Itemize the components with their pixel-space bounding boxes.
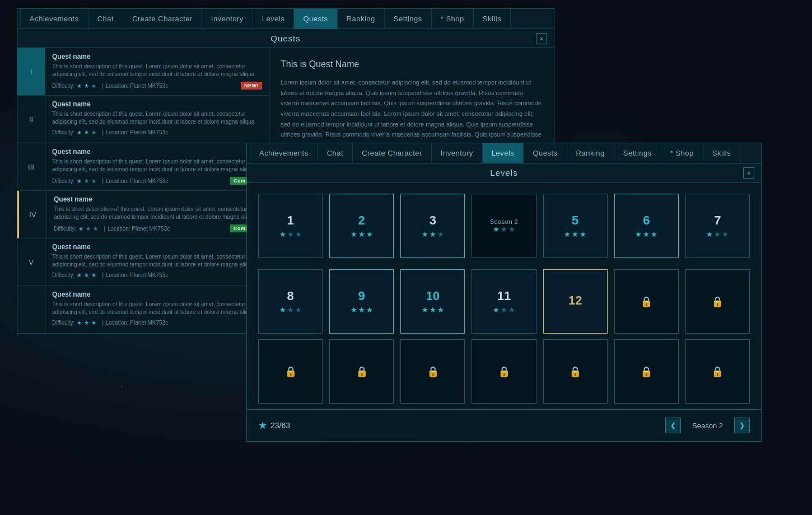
tab-skills[interactable]: Skills [474,9,511,29]
level-card-locked-5[interactable]: 🔒 [400,339,465,404]
level-card-locked-3[interactable]: 🔒 [258,339,323,404]
lstar-2-3: ★ [366,230,373,238]
level-card-11[interactable]: 11 ★ ★ ★ [472,269,536,334]
level-num-5: 5 [572,213,578,228]
quests-close-button[interactable]: × [536,33,547,44]
levels-title-bar: Levels × [247,163,761,182]
lstar-9-2: ★ [358,306,365,314]
level-card-locked-6[interactable]: 🔒 [472,339,536,404]
quest-row-6[interactable]: Quest name This is short description of … [17,286,269,334]
location-label-5: Location: Planet MK753c [106,272,168,278]
level-card-7[interactable]: 7 ★ ★ ★ [685,194,750,258]
tab-inventory[interactable]: Inventory [202,9,253,29]
season-break-label: Season 2 [490,218,518,225]
quest-row-1[interactable]: I Quest name This is short description o… [17,48,269,96]
lstar-3-1: ★ [422,230,428,238]
location-label-4: Location: Planet MK753c [108,226,170,232]
levels-tab-create-character[interactable]: Create Character [353,143,432,163]
stars-total: ★ 23/63 [258,419,290,432]
level-card-10[interactable]: 10 ★ ★ ★ [400,269,465,334]
lstar-6-1: ★ [635,230,642,238]
quest-badge-1: NEW! [241,82,262,90]
tab-settings[interactable]: Settings [385,9,432,29]
tab-levels[interactable]: Levels [253,9,295,29]
level-card-9[interactable]: 9 ★ ★ ★ [329,269,394,334]
quest-meta-5: Difficulty: ★ ★ ★ | Location: Planet MK7… [52,272,262,278]
star-6-1: ★ [77,320,82,326]
level-card-locked-8[interactable]: 🔒 [614,339,679,404]
quest-info-3: Quest name This is short description of … [45,143,269,190]
levels-close-button[interactable]: × [743,167,754,179]
level-card-2[interactable]: 2 ★ ★ ★ [329,194,394,258]
level-card-5[interactable]: 5 ★ ★ ★ [543,194,608,258]
quest-row-3[interactable]: III Quest name This is short description… [17,143,269,191]
quest-name-1: Quest name [52,53,262,60]
quest-row-2[interactable]: II Quest name This is short description … [17,96,269,143]
levels-tab-achievements[interactable]: Achievements [250,143,318,163]
lock-icon-3: 🔒 [284,366,297,378]
level-card-6[interactable]: 6 ★ ★ ★ [614,194,679,258]
quests-nav-bar: Achievements Chat Create Character Inven… [17,9,554,29]
level-card-1[interactable]: 1 ★ ★ ★ [258,194,323,258]
lock-icon-2: 🔒 [711,296,724,308]
level-card-3[interactable]: 3 ★ ★ ★ [400,194,465,258]
levels-tab-chat[interactable]: Chat [318,143,353,163]
quest-row-5[interactable]: V Quest name This is short description o… [17,238,269,286]
level-stars-2: ★ ★ ★ [351,230,373,238]
tab-chat[interactable]: Chat [88,9,123,29]
level-stars-3: ★ ★ ★ [422,230,444,238]
level-card-locked-9[interactable]: 🔒 [685,339,750,404]
tab-create-character[interactable]: Create Character [123,9,202,29]
location-label-3: Location: Planet MK753c [106,178,168,184]
tab-quests[interactable]: Quests [294,9,337,29]
levels-tab-inventory[interactable]: Inventory [432,143,483,163]
level-card-locked-4[interactable]: 🔒 [329,339,394,404]
level-card-season2[interactable]: Season 2 ★ ★ ★ [472,194,536,258]
season-prev-button[interactable]: ❮ [665,418,681,433]
lstar-3-2: ★ [430,230,436,238]
level-card-12[interactable]: 12 [543,269,608,334]
quest-detail-title: This is Quest Name [281,59,543,69]
star-3-3: ★ [91,178,96,184]
level-card-locked-2[interactable]: 🔒 [685,269,750,334]
star-4-1: ★ [78,226,83,232]
quest-name-6: Quest name [52,291,262,298]
lstar-2-2: ★ [358,230,365,238]
level-stars-7: ★ ★ ★ [706,230,729,238]
lock-icon-5: 🔒 [427,366,439,378]
lstar-5-2: ★ [572,230,578,238]
location-sep-1: | [102,83,104,89]
season-next-button[interactable]: ❯ [734,418,750,433]
level-num-7: 7 [714,213,721,228]
level-card-8[interactable]: 8 ★ ★ ★ [258,269,323,334]
stars-total-value: 23/63 [270,421,290,430]
star-1-3: ★ [91,83,96,89]
tab-ranking[interactable]: Ranking [338,9,385,29]
lstar-7-3: ★ [722,230,729,238]
levels-tab-shop[interactable]: * Shop [661,143,703,163]
levels-tab-ranking[interactable]: Ranking [567,143,614,163]
quest-desc-2: This is short description of this quest.… [52,110,262,126]
lstar-3-3: ★ [437,230,444,238]
lstar-s2-1: ★ [493,225,500,233]
level-stars-11: ★ ★ ★ [493,306,515,314]
tab-achievements[interactable]: Achievements [20,9,88,29]
levels-tab-levels[interactable]: Levels [483,143,524,163]
levels-tab-skills[interactable]: Skills [703,143,740,163]
quest-roman-2: II [17,96,45,143]
location-label-1: Location: Planet MK753c [106,83,168,89]
level-stars-s2: ★ ★ ★ [493,225,515,233]
lstar-7-2: ★ [714,230,721,238]
quest-row-4[interactable]: IV Quest name This is short description … [17,191,269,238]
level-num-2: 2 [358,213,365,228]
levels-tab-quests[interactable]: Quests [524,143,567,163]
quest-meta-2: Difficulty: ★ ★ ★ | Location: Planet MK7… [52,129,262,135]
level-num-10: 10 [426,289,440,303]
level-card-locked-7[interactable]: 🔒 [543,339,608,404]
quests-sidebar: I Quest name This is short description o… [17,48,269,334]
level-stars-1: ★ ★ ★ [279,230,302,238]
level-card-locked-1[interactable]: 🔒 [614,269,679,334]
levels-tab-settings[interactable]: Settings [614,143,661,163]
tab-shop[interactable]: * Shop [432,9,474,29]
star-4-3: ★ [93,226,98,232]
